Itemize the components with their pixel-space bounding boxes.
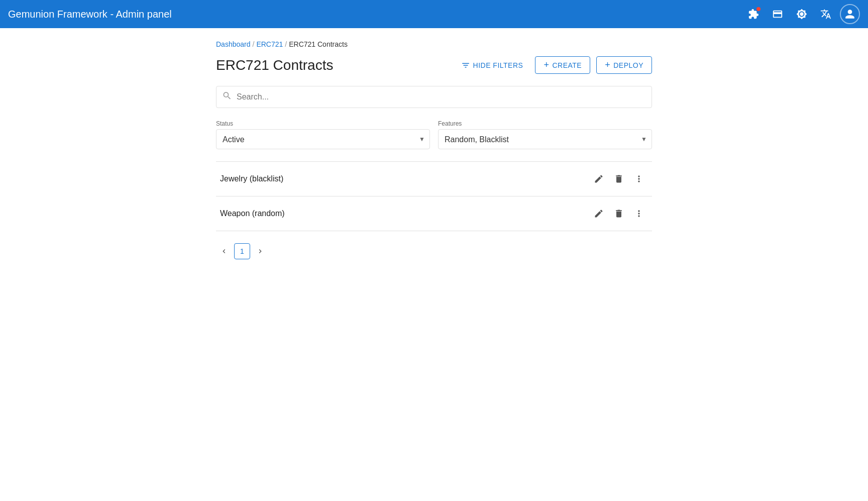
app-title: Gemunion Framework - Admin panel [8,9,172,20]
list-item[interactable]: Jewelry (blacklist) [216,162,652,196]
more-icon-1 [634,174,644,184]
breadcrumb-sep-1: / [253,40,255,48]
translate-icon-button[interactable] [816,4,836,24]
prev-icon [220,247,228,255]
translate-icon [820,9,831,20]
breadcrumb-erc721[interactable]: ERC721 [256,40,283,48]
page-actions: HIDE FILTERS + CREATE + DEPLOY [455,56,652,74]
features-filter-group: Features Random, Blacklist Random Blackl… [438,120,652,149]
edit-icon-2 [594,209,604,219]
avatar-button[interactable] [840,4,860,24]
page-title: ERC721 Contracts [216,57,333,73]
page-1-label: 1 [240,247,244,255]
app-header: Gemunion Framework - Admin panel [0,0,868,28]
features-select[interactable]: Random, Blacklist Random Blacklist None [438,129,652,149]
filters-row: Status Active Inactive All ▼ Features Ra… [216,120,652,149]
status-select[interactable]: Active Inactive All [216,129,430,149]
person-icon [844,9,855,20]
next-page-button[interactable] [252,243,268,259]
search-container [216,86,652,108]
breadcrumb-dashboard[interactable]: Dashboard [216,40,251,48]
status-filter-label: Status [216,120,430,127]
card-icon-button[interactable] [768,4,788,24]
create-plus-icon: + [544,60,549,70]
card-icon [772,9,783,20]
list-container: Jewelry (blacklist) [216,161,652,231]
delete-icon-1 [614,174,624,184]
breadcrumb-current: ERC721 Contracts [289,40,348,48]
list-item-name-1: Jewelry (blacklist) [220,174,283,183]
create-label: CREATE [552,61,582,69]
deploy-label: DEPLOY [613,61,643,69]
search-input[interactable] [216,86,652,108]
search-icon [222,91,232,104]
filter-icon [461,61,470,70]
create-button[interactable]: + CREATE [535,56,590,74]
breadcrumb: Dashboard / ERC721 / ERC721 Contracts [216,40,652,48]
edit-button-2[interactable] [590,205,608,223]
list-item-2[interactable]: Weapon (random) [216,196,652,231]
list-item-name-2: Weapon (random) [220,209,285,218]
theme-icon [796,9,807,20]
more-button-2[interactable] [630,205,648,223]
status-select-wrapper: Active Inactive All ▼ [216,129,430,149]
list-item-actions-2 [590,205,648,223]
delete-button-2[interactable] [610,205,628,223]
delete-button-1[interactable] [610,170,628,188]
page-header: ERC721 Contracts HIDE FILTERS + CREATE +… [216,56,652,74]
theme-icon-button[interactable] [792,4,812,24]
hide-filters-label: HIDE FILTERS [473,61,523,69]
hide-filters-button[interactable]: HIDE FILTERS [455,58,529,73]
edit-icon-1 [594,174,604,184]
edit-button-1[interactable] [590,170,608,188]
breadcrumb-sep-2: / [285,40,287,48]
delete-icon-2 [614,209,624,219]
next-icon [256,247,264,255]
deploy-button[interactable]: + DEPLOY [596,56,652,74]
content-area: Dashboard / ERC721 / ERC721 Contracts ER… [208,28,660,275]
more-button-1[interactable] [630,170,648,188]
more-icon-2 [634,209,644,219]
features-select-wrapper: Random, Blacklist Random Blacklist None … [438,129,652,149]
list-item-actions-1 [590,170,648,188]
page-1-button[interactable]: 1 [234,243,250,259]
prev-page-button[interactable] [216,243,232,259]
main-content: Dashboard / ERC721 / ERC721 Contracts ER… [0,0,868,501]
puzzle-icon-button[interactable] [743,4,764,24]
features-filter-label: Features [438,120,652,127]
pagination: 1 [216,239,652,263]
status-filter-group: Status Active Inactive All ▼ [216,120,430,149]
header-actions [743,4,860,24]
deploy-plus-icon: + [605,60,610,70]
